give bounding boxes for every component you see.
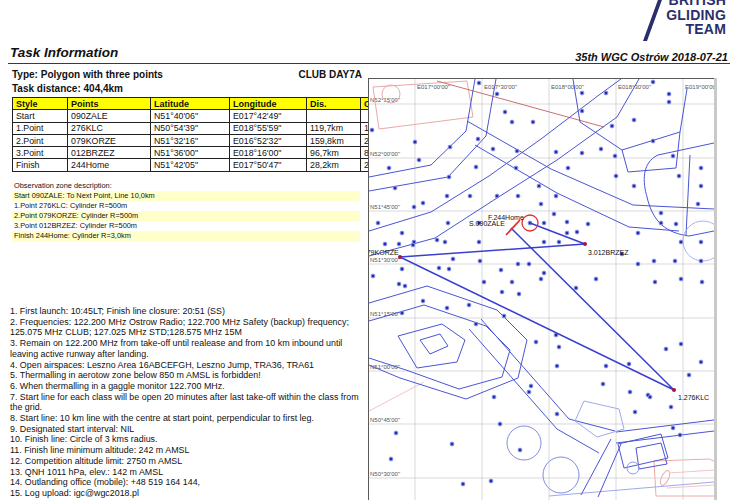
waypoint-dot <box>659 221 663 225</box>
waypoint-dot <box>696 202 700 206</box>
waypoint-dot <box>678 433 682 437</box>
waypoint-dot <box>669 405 673 409</box>
waypoint-dot <box>371 274 375 278</box>
waypoint-dot <box>447 175 451 179</box>
table-cell: 276KLC <box>68 122 151 134</box>
waypoint-dot <box>492 395 496 399</box>
airspace-shape <box>369 79 496 191</box>
map-waypoint-label: 2.079KORZE <box>369 249 399 256</box>
airspace-shape <box>398 324 465 368</box>
map-waypoint-label: S.090ZALE <box>469 220 505 227</box>
table-cell <box>307 110 361 122</box>
waypoint-dot <box>555 412 559 416</box>
waypoint-dot <box>652 259 656 263</box>
waypoint-dot <box>659 211 663 215</box>
waypoint-dot <box>411 243 415 247</box>
table-cell: N51°36'00" <box>151 147 230 159</box>
waypoint-dot <box>679 342 683 346</box>
waypoint-dot <box>557 240 561 244</box>
table-cell: N51°42'05" <box>151 159 230 171</box>
waypoint-dot <box>503 110 507 114</box>
waypoint-dot <box>674 222 678 226</box>
waypoint-dot <box>554 194 558 198</box>
waypoint-dot <box>495 92 499 96</box>
waypoint-dot <box>610 124 614 128</box>
note-item: 14. Outlanding office (mobile): +48 519 … <box>10 477 364 488</box>
table-cell: 159,8km <box>307 134 361 146</box>
waypoint-dot <box>632 184 636 188</box>
waypoint-dot <box>393 186 397 190</box>
waypoint-dot <box>677 174 681 178</box>
grid-lat-label: N51°30'00" <box>370 257 400 263</box>
waypoint-dot <box>534 340 538 344</box>
class-day: CLUB DAY7A <box>12 69 362 80</box>
waypoint-dot <box>586 222 590 226</box>
waypoint-dot <box>400 267 404 271</box>
waypoint-table-header: StylePointsLatitudeLongitudeDis.Crs. <box>13 98 403 110</box>
note-item: 1. First launch: 10:45LT; Finish line cl… <box>10 306 364 317</box>
table-cell: 012BRZEZ <box>68 147 151 159</box>
airspace-shape <box>369 382 424 411</box>
waypoint-table-body: Start090ZALEN51°40'06"E017°42'49"1.Point… <box>13 110 403 171</box>
logo-line-3: TEAM <box>666 22 726 37</box>
note-item: 10. Finish line: Circle of 3 kms radius. <box>10 434 364 445</box>
waypoint-dot <box>461 482 465 486</box>
waypoint-dot <box>601 382 605 386</box>
waypoint-dot <box>594 277 598 281</box>
task-notes-list: 1. First launch: 10:45LT; Finish line cl… <box>10 306 364 499</box>
waypoint-dot <box>555 364 559 368</box>
airspace-shape <box>369 305 510 389</box>
note-item: 2. Frequencies: 122.200 MHz Ostrow Radio… <box>10 317 364 338</box>
task-sheet-page: BRITISH GLIDING TEAM Task Information 35… <box>0 0 730 500</box>
observation-zone-section: Observation zone description: Start 090Z… <box>12 181 360 242</box>
waypoint-dot <box>542 240 546 244</box>
grid-lon-label: E019°00'00" <box>685 84 714 90</box>
competition-header: 35th WGC Ostrów 2018-07-21 <box>575 51 728 63</box>
waypoint-dot <box>476 137 480 141</box>
table-row: 3.Point012BRZEZN51°36'00"E018°16'00"96,7… <box>13 147 403 159</box>
table-cell: E017°42'49" <box>230 110 307 122</box>
waypoint-dot <box>435 238 439 242</box>
grid-lat-label: N51°45'00" <box>370 204 400 210</box>
waypoint-dot <box>633 410 637 414</box>
table-row: 1.Point276KLCN50°54'39"E018°55'59"119,7k… <box>13 122 403 134</box>
grid-lat-label: N52°00'00" <box>370 151 400 157</box>
waypoint-dot <box>580 91 584 95</box>
waypoint-dot <box>687 373 691 377</box>
waypoint-dot <box>529 384 533 388</box>
waypoint-dot <box>417 158 421 162</box>
turnpoint-marker <box>672 388 676 392</box>
table-cell: Finish <box>13 159 68 171</box>
waypoint-dot <box>671 154 675 158</box>
waypoint-dot <box>510 120 514 124</box>
waypoint-dot <box>679 277 683 281</box>
task-map: E017°00'00"E017°30'00"E018°00'00"E018°30… <box>368 78 715 500</box>
table-cell: Start <box>13 110 68 122</box>
waypoint-dot <box>636 262 640 266</box>
waypoint-dot <box>443 240 447 244</box>
waypoint-dot <box>474 165 478 169</box>
note-item: 12. Competition altitude limit: 2750 m A… <box>10 456 364 467</box>
table-cell: E018°55'59" <box>230 122 307 134</box>
waypoint-dot <box>517 292 521 296</box>
map-waypoint-label: 1.276KLC <box>678 394 709 401</box>
waypoint-dot <box>421 201 425 205</box>
waypoint-dot <box>376 221 380 225</box>
table-cell: 3.Point <box>13 147 68 159</box>
table-cell: 244Home <box>68 159 151 171</box>
waypoint-dot <box>403 284 407 288</box>
col-header-dis: Dis. <box>307 98 361 110</box>
page-edge-shadow <box>714 78 717 500</box>
airspace-shape <box>549 482 714 496</box>
waypoint-dot <box>636 231 640 235</box>
table-cell: N51°32'16" <box>151 134 230 146</box>
table-cell: N51°40'06" <box>151 110 230 122</box>
waypoint-dot <box>539 202 543 206</box>
waypoint-dot <box>537 184 541 188</box>
waypoint-dot <box>574 286 578 290</box>
waypoint-dot <box>477 240 481 244</box>
waypoint-dot <box>667 100 671 104</box>
header-rule <box>8 63 730 64</box>
col-header-style: Style <box>13 98 68 110</box>
airspace-shape <box>627 462 639 474</box>
